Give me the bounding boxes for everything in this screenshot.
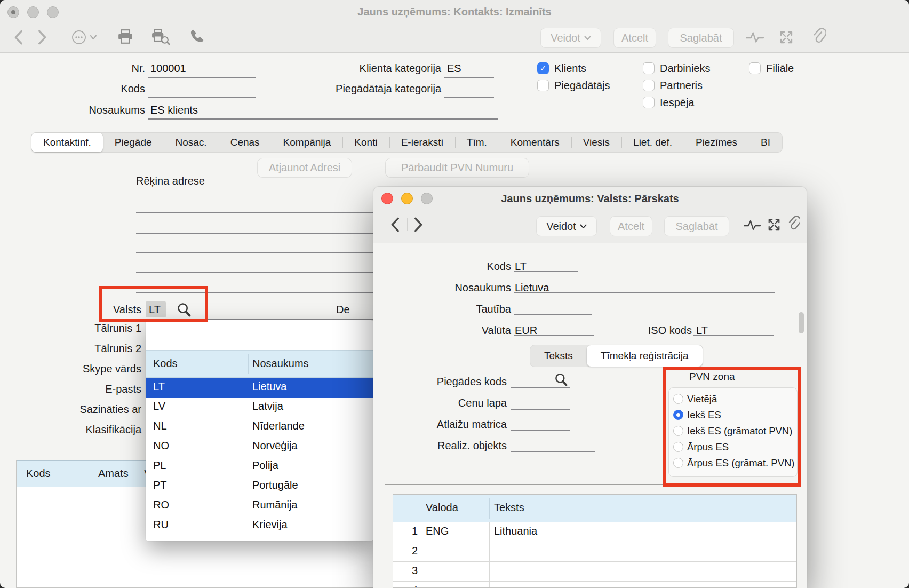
klients-label: Klients: [554, 62, 586, 75]
tab-cenas[interactable]: Cenas: [219, 133, 272, 152]
piegades-kods-search-icon[interactable]: [554, 372, 569, 387]
row-number: 2: [393, 545, 418, 557]
column-divider: [489, 498, 490, 519]
iespeja-checkbox[interactable]: [643, 97, 655, 108]
clipped-label-fragment: De: [336, 303, 350, 316]
country-name: Norvēģija: [252, 440, 297, 452]
klients-checkbox[interactable]: ✓: [537, 62, 549, 74]
valsts-annotation-box: [99, 286, 208, 322]
country-row-no[interactable]: NO Norvēģija: [146, 437, 373, 457]
country-name: Nīderlande: [252, 420, 305, 432]
tab-viesis[interactable]: Viesis: [571, 133, 621, 152]
nr-value[interactable]: 100001: [150, 62, 186, 75]
col-teksts[interactable]: Teksts: [494, 502, 524, 514]
piegadatajs-checkbox[interactable]: [537, 80, 549, 91]
klasifikacija-label: Klasifikācija: [86, 423, 141, 436]
field-underline: [511, 430, 570, 431]
tab-lietdef[interactable]: Liet. def.: [621, 133, 684, 152]
veidot-button[interactable]: Veidot: [540, 28, 601, 48]
field-underline: [514, 335, 594, 336]
country-row-pl[interactable]: PL Polija: [146, 457, 373, 476]
tab-tim[interactable]: Tīm.: [455, 133, 499, 152]
field-underline: [148, 118, 498, 120]
atcelt-button[interactable]: Atcelt: [610, 216, 652, 236]
expand-icon[interactable]: [767, 218, 781, 232]
table-row[interactable]: 4: [393, 582, 797, 588]
tab-kompanija[interactable]: Kompānija: [272, 133, 343, 152]
rekina-adrese-label: Rēķina adrese: [136, 174, 205, 187]
field-underline: [514, 292, 775, 293]
tab-piegade[interactable]: Piegāde: [103, 133, 164, 152]
col-amats[interactable]: Amats: [98, 467, 129, 480]
field-underline: [511, 387, 570, 388]
scrollbar-thumb[interactable]: [799, 312, 804, 333]
tab-timekla-registracija[interactable]: Tīmekļa reģistrācija: [587, 345, 703, 367]
tab-teksts[interactable]: Teksts: [530, 345, 587, 367]
phone-icon[interactable]: [189, 28, 205, 44]
klienta-kategorija-value[interactable]: ES: [447, 62, 461, 75]
attachment-icon[interactable]: [812, 28, 826, 46]
activity-icon[interactable]: [746, 30, 764, 44]
partneris-checkbox[interactable]: [643, 80, 655, 91]
atcelt-button[interactable]: Atcelt: [613, 28, 656, 48]
activity-icon[interactable]: [744, 219, 761, 232]
nosaukums-label: Nosaukums: [89, 104, 145, 116]
toolbar-divider: [407, 218, 408, 231]
saglabat-button[interactable]: Saglabāt: [664, 216, 729, 236]
expand-icon[interactable]: [779, 30, 794, 45]
tab-komentars[interactable]: Komentārs: [499, 133, 571, 152]
country-row-lv[interactable]: LV Latvija: [146, 398, 373, 417]
print-icon[interactable]: [117, 29, 133, 45]
forward-icon[interactable]: [413, 217, 424, 232]
country-name: Portugāle: [252, 479, 298, 491]
country-row-lt[interactable]: LT Lietuva: [146, 378, 373, 398]
back-icon[interactable]: [13, 30, 23, 45]
country-code: NL: [153, 420, 167, 432]
country-row-ru[interactable]: RU Krievija: [146, 516, 373, 536]
country-row-pt[interactable]: PT Portugāle: [146, 476, 373, 496]
talrunis1-label: Tālrunis 1: [94, 322, 141, 335]
contact-window: Jauns uzņēmums: Kontakts: Izmainīts: [0, 0, 909, 588]
country-row-ro[interactable]: RO Rumānija: [146, 496, 373, 516]
field-underline: [514, 314, 592, 315]
tab-eieraksti[interactable]: E-ieraksti: [389, 133, 455, 152]
window-title: Jauns uzņēmums: Kontakts: Izmainīts: [0, 6, 909, 18]
saglabat-label: Saglabāt: [676, 220, 718, 233]
darbinieks-checkbox[interactable]: [643, 62, 655, 74]
field-underline: [514, 271, 578, 272]
country-row-nl[interactable]: NL Nīderlande: [146, 417, 373, 437]
back-icon[interactable]: [389, 217, 400, 232]
print-preview-icon[interactable]: [152, 29, 170, 45]
table-row[interactable]: 1 ENG Lithuania: [393, 522, 797, 542]
column-divider: [141, 464, 141, 484]
tab-kontaktinf[interactable]: Kontaktinf.: [31, 133, 103, 152]
saglabat-button[interactable]: Saglabāt: [668, 28, 734, 48]
filiale-checkbox[interactable]: [749, 62, 761, 74]
country-name: Latvija: [252, 400, 283, 412]
iso-kods-label: ISO kods: [648, 324, 692, 337]
tab-konti[interactable]: Konti: [342, 133, 389, 152]
table-row[interactable]: 3: [393, 562, 797, 582]
veidot-button[interactable]: Veidot: [536, 216, 597, 236]
column-divider: [422, 498, 422, 519]
tab-piezimes[interactable]: Piezīmes: [684, 133, 749, 152]
chevron-down-icon: [580, 224, 587, 229]
column-divider: [93, 464, 93, 484]
attachment-icon[interactable]: [787, 216, 800, 233]
atjaunot-adresi-button[interactable]: Atjaunot Adresi: [257, 158, 352, 178]
tab-nosac[interactable]: Nosac.: [164, 133, 219, 152]
piegadatajs-label: Piegādātājs: [554, 79, 610, 92]
nosaukums-value[interactable]: ES klients: [150, 104, 198, 116]
tab-bi[interactable]: BI: [749, 133, 782, 152]
country-code: LV: [153, 400, 165, 412]
country-code: RO: [153, 499, 169, 511]
col-valoda[interactable]: Valoda: [426, 502, 458, 514]
col-kods[interactable]: Kods: [26, 467, 51, 480]
atlaizu-matrica-label: Atlaižu matrica: [437, 418, 507, 431]
dropdown-col-kods[interactable]: Kods: [153, 357, 178, 370]
parbaudit-pvn-button[interactable]: Pārbaudīt PVN Numuru: [385, 158, 529, 178]
dropdown-col-nosaukums[interactable]: Nosaukums: [252, 357, 309, 370]
forward-icon[interactable]: [37, 30, 48, 45]
more-actions-icon[interactable]: [71, 30, 99, 45]
table-row[interactable]: 2: [393, 542, 797, 562]
